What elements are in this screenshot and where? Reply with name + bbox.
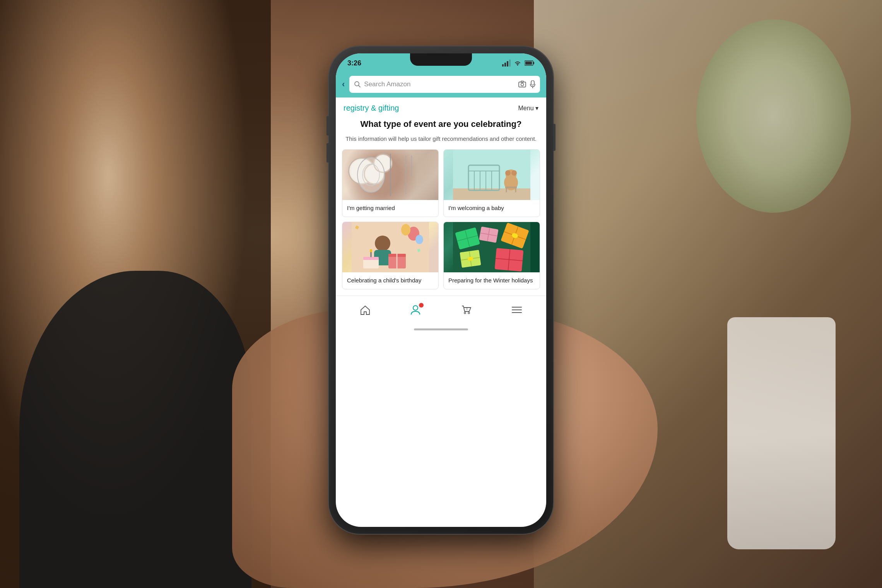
phone-device: 3:26 <box>329 46 553 534</box>
svg-rect-41 <box>363 257 379 260</box>
svg-point-12 <box>357 157 385 192</box>
plates-decoration <box>342 150 438 200</box>
account-badge <box>419 303 424 308</box>
nav-item-home[interactable] <box>360 305 371 315</box>
mic-icon[interactable] <box>530 80 535 88</box>
svg-point-35 <box>375 236 390 251</box>
event-image-birthday <box>342 222 438 272</box>
page-subtext: This information will help us tailor gif… <box>336 133 546 150</box>
status-time: 3:26 <box>347 59 361 67</box>
nav-item-account[interactable] <box>410 304 420 315</box>
search-input-box[interactable]: Search Amazon <box>349 76 540 93</box>
search-bar-area: ‹ Search Amazon <box>336 73 546 97</box>
svg-rect-3 <box>525 62 532 65</box>
search-right-icons <box>518 80 535 88</box>
svg-point-26 <box>505 170 511 176</box>
status-bar: 3:26 <box>336 53 546 73</box>
event-card-married[interactable]: I'm getting married <box>342 149 439 217</box>
events-grid: I'm getting married <box>336 149 546 296</box>
svg-rect-28 <box>505 186 517 188</box>
event-label-baby: I'm welcoming a baby <box>444 200 540 217</box>
svg-point-7 <box>521 83 524 86</box>
event-card-baby[interactable]: I'm welcoming a baby <box>443 149 540 217</box>
nav-item-cart[interactable]: 0 <box>461 304 472 315</box>
event-label-birthday: Celebrating a child's birthday <box>342 272 438 289</box>
svg-rect-9 <box>531 80 534 85</box>
registry-title: registry & gifting <box>344 104 399 113</box>
svg-point-34 <box>415 235 423 244</box>
svg-point-43 <box>370 249 372 252</box>
event-label-winter: Preparing for the Winter holidays <box>444 272 540 289</box>
event-image-baby <box>444 150 540 200</box>
event-card-birthday[interactable]: Celebrating a child's birthday <box>342 222 439 289</box>
event-label-married: I'm getting married <box>342 200 438 217</box>
event-image-winter <box>444 222 540 272</box>
nav-item-menu[interactable] <box>511 306 522 314</box>
status-icons <box>502 60 535 67</box>
birthday-svg <box>342 222 438 272</box>
home-icon <box>360 305 371 315</box>
menu-button[interactable]: Menu ▾ <box>518 104 538 112</box>
event-image-married <box>342 150 438 200</box>
power-button <box>553 124 556 151</box>
svg-point-64 <box>413 306 418 310</box>
search-icon <box>354 81 361 88</box>
cutlery-svg <box>342 150 438 200</box>
content-area: registry & gifting Menu ▾ What type of e… <box>336 97 546 335</box>
event-card-winter[interactable]: Preparing for the Winter holidays <box>443 222 540 289</box>
volume-up-button <box>326 116 329 135</box>
back-button[interactable]: ‹ <box>342 79 345 89</box>
page-heading: What type of event are you celebrating? <box>336 116 546 133</box>
home-indicator <box>336 323 546 335</box>
vase-decoration <box>727 317 836 549</box>
phone-screen: 3:26 <box>336 53 546 527</box>
camera-icon[interactable] <box>518 80 526 87</box>
svg-point-0 <box>517 65 518 66</box>
svg-point-65 <box>464 312 466 314</box>
wifi-icon <box>514 60 521 66</box>
svg-rect-6 <box>519 82 526 87</box>
svg-line-5 <box>359 85 361 87</box>
battery-icon <box>525 60 535 66</box>
phone-shell: 3:26 <box>329 46 553 534</box>
notch <box>410 53 472 66</box>
svg-rect-40 <box>363 259 379 268</box>
svg-text:0: 0 <box>466 308 468 310</box>
search-placeholder: Search Amazon <box>364 80 515 88</box>
plant-decoration <box>696 19 851 213</box>
svg-rect-2 <box>533 62 534 64</box>
svg-point-27 <box>511 170 517 176</box>
volume-down-button <box>326 143 329 162</box>
person-shirt <box>19 271 251 588</box>
baby-room-svg <box>444 150 540 200</box>
home-bar <box>414 328 468 330</box>
svg-point-33 <box>401 224 410 236</box>
cart-icon: 0 <box>461 304 472 315</box>
signal-icon <box>502 60 511 67</box>
hamburger-icon <box>511 306 522 314</box>
registry-header: registry & gifting Menu ▾ <box>336 97 546 116</box>
bottom-navigation: 0 <box>336 296 546 323</box>
winter-svg <box>444 222 540 272</box>
svg-point-66 <box>468 312 470 314</box>
